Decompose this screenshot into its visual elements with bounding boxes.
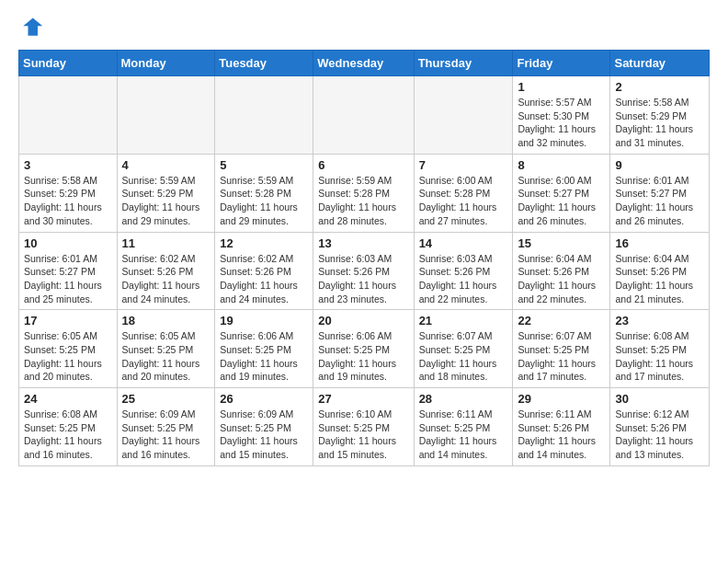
day-info: Sunrise: 6:04 AMSunset: 5:26 PMDaylight:… bbox=[615, 252, 704, 306]
day-info: Sunrise: 6:07 AMSunset: 5:25 PMDaylight:… bbox=[419, 329, 508, 384]
logo-icon bbox=[18, 15, 44, 40]
day-cell: 27Sunrise: 6:10 AMSunset: 5:25 PMDayligh… bbox=[313, 388, 414, 466]
day-info: Sunrise: 5:59 AMSunset: 5:28 PMDaylight:… bbox=[318, 174, 408, 228]
day-number: 12 bbox=[220, 236, 308, 250]
day-cell bbox=[117, 76, 215, 155]
day-info: Sunrise: 6:06 AMSunset: 5:25 PMDaylight:… bbox=[220, 329, 308, 384]
day-number: 3 bbox=[24, 158, 112, 172]
day-number: 11 bbox=[122, 236, 210, 250]
day-cell bbox=[313, 76, 414, 155]
day-info: Sunrise: 5:58 AMSunset: 5:29 PMDaylight:… bbox=[24, 174, 112, 228]
day-info: Sunrise: 6:09 AMSunset: 5:25 PMDaylight:… bbox=[220, 408, 308, 462]
day-number: 1 bbox=[518, 80, 605, 94]
day-info: Sunrise: 6:08 AMSunset: 5:25 PMDaylight:… bbox=[615, 329, 704, 384]
day-info: Sunrise: 5:57 AMSunset: 5:30 PMDaylight:… bbox=[518, 96, 605, 150]
day-cell: 14Sunrise: 6:03 AMSunset: 5:26 PMDayligh… bbox=[414, 232, 513, 310]
day-cell: 4Sunrise: 5:59 AMSunset: 5:29 PMDaylight… bbox=[117, 154, 215, 232]
week-row-1: 1Sunrise: 5:57 AMSunset: 5:30 PMDaylight… bbox=[19, 76, 710, 155]
day-info: Sunrise: 6:07 AMSunset: 5:25 PMDaylight:… bbox=[518, 329, 605, 384]
day-info: Sunrise: 6:08 AMSunset: 5:25 PMDaylight:… bbox=[24, 408, 112, 462]
col-header-wednesday: Wednesday bbox=[313, 51, 414, 76]
day-info: Sunrise: 6:06 AMSunset: 5:25 PMDaylight:… bbox=[318, 329, 408, 384]
day-cell: 16Sunrise: 6:04 AMSunset: 5:26 PMDayligh… bbox=[610, 232, 710, 310]
day-info: Sunrise: 6:03 AMSunset: 5:26 PMDaylight:… bbox=[318, 252, 408, 306]
col-header-thursday: Thursday bbox=[414, 51, 513, 76]
col-header-monday: Monday bbox=[117, 51, 215, 76]
day-cell: 6Sunrise: 5:59 AMSunset: 5:28 PMDaylight… bbox=[313, 154, 414, 232]
col-header-tuesday: Tuesday bbox=[215, 51, 313, 76]
day-number: 22 bbox=[518, 314, 605, 327]
day-info: Sunrise: 6:05 AMSunset: 5:25 PMDaylight:… bbox=[122, 329, 210, 384]
day-number: 9 bbox=[615, 158, 704, 172]
day-number: 21 bbox=[419, 314, 508, 327]
day-info: Sunrise: 6:03 AMSunset: 5:26 PMDaylight:… bbox=[419, 252, 508, 306]
day-info: Sunrise: 5:59 AMSunset: 5:29 PMDaylight:… bbox=[122, 174, 210, 228]
day-number: 26 bbox=[220, 392, 308, 406]
day-number: 16 bbox=[615, 236, 704, 250]
day-number: 24 bbox=[24, 392, 112, 406]
day-number: 6 bbox=[318, 158, 408, 172]
day-number: 25 bbox=[122, 392, 210, 406]
day-cell: 8Sunrise: 6:00 AMSunset: 5:27 PMDaylight… bbox=[513, 154, 610, 232]
day-number: 5 bbox=[220, 158, 308, 172]
day-cell: 12Sunrise: 6:02 AMSunset: 5:26 PMDayligh… bbox=[215, 232, 313, 310]
week-row-5: 24Sunrise: 6:08 AMSunset: 5:25 PMDayligh… bbox=[19, 388, 710, 466]
day-info: Sunrise: 6:11 AMSunset: 5:25 PMDaylight:… bbox=[419, 408, 508, 462]
day-cell: 22Sunrise: 6:07 AMSunset: 5:25 PMDayligh… bbox=[513, 310, 610, 388]
day-cell: 9Sunrise: 6:01 AMSunset: 5:27 PMDaylight… bbox=[610, 154, 710, 232]
week-row-2: 3Sunrise: 5:58 AMSunset: 5:29 PMDaylight… bbox=[19, 154, 710, 232]
day-cell: 15Sunrise: 6:04 AMSunset: 5:26 PMDayligh… bbox=[513, 232, 610, 310]
day-cell: 21Sunrise: 6:07 AMSunset: 5:25 PMDayligh… bbox=[414, 310, 513, 388]
day-number: 23 bbox=[615, 314, 704, 327]
day-info: Sunrise: 6:01 AMSunset: 5:27 PMDaylight:… bbox=[24, 252, 112, 306]
day-cell: 30Sunrise: 6:12 AMSunset: 5:26 PMDayligh… bbox=[610, 388, 710, 466]
day-cell: 1Sunrise: 5:57 AMSunset: 5:30 PMDaylight… bbox=[513, 76, 610, 155]
day-number: 10 bbox=[24, 236, 112, 250]
day-info: Sunrise: 6:05 AMSunset: 5:25 PMDaylight:… bbox=[24, 329, 112, 384]
day-cell: 20Sunrise: 6:06 AMSunset: 5:25 PMDayligh… bbox=[313, 310, 414, 388]
day-cell: 26Sunrise: 6:09 AMSunset: 5:25 PMDayligh… bbox=[215, 388, 313, 466]
day-cell: 17Sunrise: 6:05 AMSunset: 5:25 PMDayligh… bbox=[19, 310, 118, 388]
day-number: 17 bbox=[24, 314, 112, 327]
col-header-friday: Friday bbox=[513, 51, 610, 76]
day-number: 15 bbox=[518, 236, 605, 250]
day-info: Sunrise: 6:00 AMSunset: 5:27 PMDaylight:… bbox=[518, 174, 605, 228]
day-cell: 7Sunrise: 6:00 AMSunset: 5:28 PMDaylight… bbox=[414, 154, 513, 232]
day-cell: 23Sunrise: 6:08 AMSunset: 5:25 PMDayligh… bbox=[610, 310, 710, 388]
header bbox=[18, 15, 710, 40]
day-number: 28 bbox=[419, 392, 508, 406]
day-cell: 24Sunrise: 6:08 AMSunset: 5:25 PMDayligh… bbox=[19, 388, 118, 466]
day-number: 4 bbox=[122, 158, 210, 172]
day-cell bbox=[215, 76, 313, 155]
day-number: 29 bbox=[518, 392, 605, 406]
day-info: Sunrise: 6:09 AMSunset: 5:25 PMDaylight:… bbox=[122, 408, 210, 462]
day-cell bbox=[19, 76, 118, 155]
day-cell: 25Sunrise: 6:09 AMSunset: 5:25 PMDayligh… bbox=[117, 388, 215, 466]
calendar-header-row: SundayMondayTuesdayWednesdayThursdayFrid… bbox=[19, 51, 710, 76]
logo bbox=[18, 15, 48, 40]
week-row-4: 17Sunrise: 6:05 AMSunset: 5:25 PMDayligh… bbox=[19, 310, 710, 388]
day-info: Sunrise: 6:04 AMSunset: 5:26 PMDaylight:… bbox=[518, 252, 605, 306]
day-info: Sunrise: 6:00 AMSunset: 5:28 PMDaylight:… bbox=[419, 174, 508, 228]
day-info: Sunrise: 5:58 AMSunset: 5:29 PMDaylight:… bbox=[615, 96, 704, 150]
day-number: 27 bbox=[318, 392, 408, 406]
day-cell: 28Sunrise: 6:11 AMSunset: 5:25 PMDayligh… bbox=[414, 388, 513, 466]
svg-marker-0 bbox=[23, 18, 42, 36]
day-info: Sunrise: 6:10 AMSunset: 5:25 PMDaylight:… bbox=[318, 408, 408, 462]
day-number: 14 bbox=[419, 236, 508, 250]
day-cell: 5Sunrise: 5:59 AMSunset: 5:28 PMDaylight… bbox=[215, 154, 313, 232]
day-number: 2 bbox=[615, 80, 704, 94]
col-header-sunday: Sunday bbox=[19, 51, 118, 76]
day-info: Sunrise: 6:11 AMSunset: 5:26 PMDaylight:… bbox=[518, 408, 605, 462]
day-info: Sunrise: 6:02 AMSunset: 5:26 PMDaylight:… bbox=[220, 252, 308, 306]
day-cell: 29Sunrise: 6:11 AMSunset: 5:26 PMDayligh… bbox=[513, 388, 610, 466]
day-cell: 19Sunrise: 6:06 AMSunset: 5:25 PMDayligh… bbox=[215, 310, 313, 388]
day-number: 13 bbox=[318, 236, 408, 250]
day-cell bbox=[414, 76, 513, 155]
day-cell: 18Sunrise: 6:05 AMSunset: 5:25 PMDayligh… bbox=[117, 310, 215, 388]
day-info: Sunrise: 6:12 AMSunset: 5:26 PMDaylight:… bbox=[615, 408, 704, 462]
day-cell: 3Sunrise: 5:58 AMSunset: 5:29 PMDaylight… bbox=[19, 154, 118, 232]
day-number: 20 bbox=[318, 314, 408, 327]
day-info: Sunrise: 5:59 AMSunset: 5:28 PMDaylight:… bbox=[220, 174, 308, 228]
day-number: 7 bbox=[419, 158, 508, 172]
